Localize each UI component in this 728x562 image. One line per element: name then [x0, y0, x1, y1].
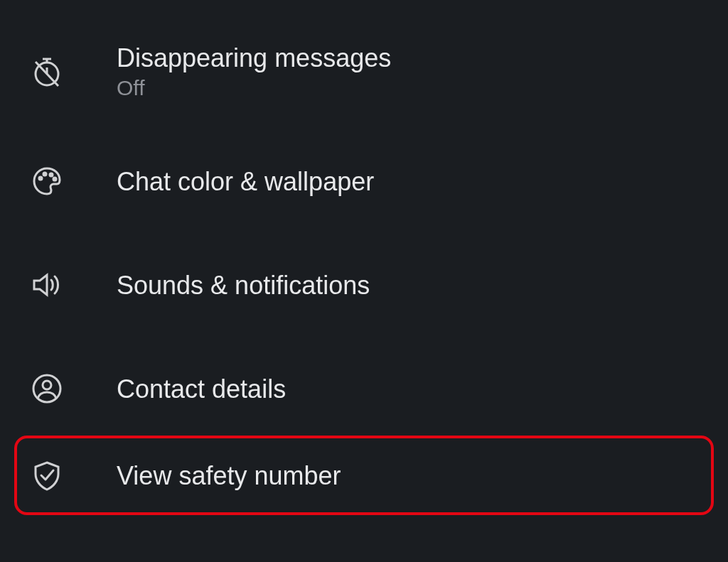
- settings-item-disappearing-messages[interactable]: Disappearing messages Off: [14, 21, 714, 121]
- settings-item-label: Contact details: [117, 374, 286, 404]
- spacer: [14, 221, 714, 245]
- spacer: [14, 121, 714, 141]
- settings-item-view-safety-number[interactable]: View safety number: [14, 436, 714, 515]
- settings-item-text: View safety number: [117, 460, 341, 491]
- palette-icon: [28, 163, 65, 200]
- settings-item-text: Sounds & notifications: [117, 270, 370, 301]
- svg-point-6: [43, 173, 46, 175]
- settings-item-sounds-notifications[interactable]: Sounds & notifications: [14, 245, 714, 325]
- spacer: [14, 325, 714, 349]
- svg-point-7: [50, 173, 53, 176]
- shield-check-icon: [28, 457, 65, 494]
- settings-item-label: Chat color & wallpaper: [117, 166, 374, 197]
- settings-item-label: Sounds & notifications: [117, 270, 370, 301]
- settings-item-contact-details[interactable]: Contact details: [14, 349, 714, 428]
- settings-list: Disappearing messages Off Chat color & w…: [0, 0, 728, 529]
- settings-item-text: Chat color & wallpaper: [117, 166, 374, 197]
- settings-item-text: Disappearing messages Off: [117, 43, 391, 100]
- settings-item-chat-color[interactable]: Chat color & wallpaper: [14, 141, 714, 221]
- timer-off-icon: [28, 53, 65, 90]
- svg-point-5: [39, 177, 42, 180]
- settings-item-sublabel: Off: [117, 76, 391, 100]
- settings-item-label: View safety number: [117, 460, 341, 491]
- user-circle-icon: [28, 370, 65, 407]
- svg-point-8: [53, 178, 56, 180]
- settings-item-label: Disappearing messages: [117, 43, 391, 73]
- svg-point-10: [43, 381, 51, 389]
- sound-icon: [28, 266, 65, 303]
- settings-item-text: Contact details: [117, 374, 286, 404]
